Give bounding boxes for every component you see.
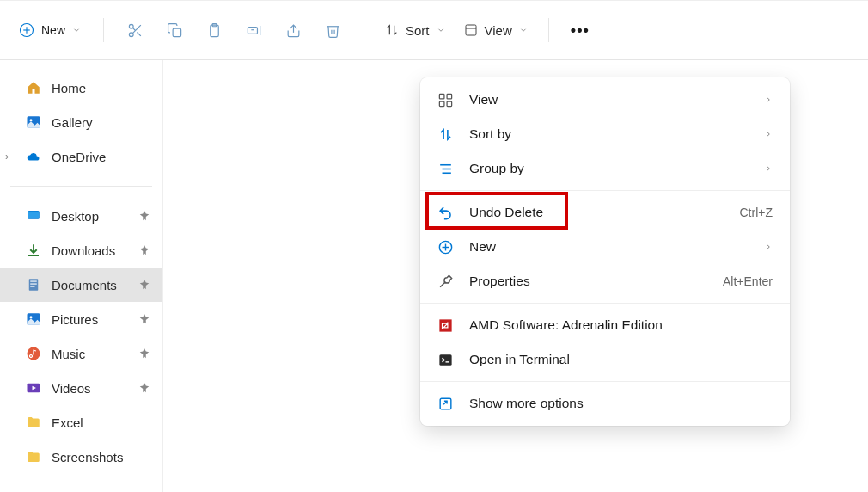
svg-rect-30: [439, 101, 444, 107]
chevron-down-icon: [437, 26, 445, 34]
clipboard-icon: [206, 22, 223, 39]
pin-icon: [138, 210, 150, 222]
sidebar-item-screenshots[interactable]: Screenshots: [0, 440, 162, 474]
separator: [420, 381, 790, 382]
nav-label: Screenshots: [52, 450, 123, 464]
more-button[interactable]: •••: [563, 13, 597, 47]
menu-item-sort-by[interactable]: Sort by: [420, 117, 790, 151]
cut-button[interactable]: [118, 13, 152, 47]
menu-item-undo-delete[interactable]: Undo Delete Ctrl+Z: [420, 195, 790, 230]
svg-rect-13: [466, 25, 476, 35]
menu-item-new[interactable]: New: [420, 230, 790, 264]
sidebar-item-documents[interactable]: Documents: [0, 268, 162, 302]
trash-icon: [325, 22, 341, 39]
view-button[interactable]: View: [457, 18, 535, 43]
svg-rect-41: [440, 398, 451, 409]
menu-item-view[interactable]: View: [420, 83, 790, 117]
svg-rect-18: [28, 212, 39, 218]
nav-label: Home: [52, 81, 86, 95]
folder-icon: [26, 415, 41, 430]
new-label: New: [41, 23, 65, 37]
svg-rect-28: [439, 94, 444, 99]
menu-label: Show more options: [469, 396, 773, 411]
svg-point-4: [129, 32, 133, 36]
svg-rect-31: [447, 101, 452, 107]
sidebar-item-excel[interactable]: Excel: [0, 405, 162, 440]
ellipsis-icon: •••: [571, 22, 590, 40]
separator: [420, 303, 790, 304]
copy-icon: [167, 22, 183, 39]
nav-label: Music: [52, 347, 85, 361]
svg-rect-39: [439, 354, 451, 366]
sidebar-item-home[interactable]: Home: [0, 71, 162, 105]
menu-item-amd[interactable]: AMD Software: Adrenalin Edition: [420, 308, 790, 342]
separator: [420, 190, 790, 191]
sidebar-item-pictures[interactable]: Pictures: [0, 302, 162, 336]
gallery-icon: [26, 114, 41, 130]
divider: [364, 18, 364, 42]
sort-button[interactable]: Sort: [378, 18, 452, 43]
menu-label: Undo Delete: [469, 205, 724, 220]
svg-rect-21: [30, 284, 37, 285]
sidebar-item-music[interactable]: Music: [0, 336, 162, 371]
delete-button[interactable]: [315, 13, 350, 47]
nav-label: Gallery: [52, 115, 93, 130]
svg-line-6: [137, 32, 140, 35]
rename-icon: [246, 22, 262, 39]
nav-label: Excel: [52, 415, 83, 430]
menu-label: Properties: [469, 274, 707, 289]
chevron-right-icon: [764, 243, 773, 251]
pin-icon: [138, 347, 150, 360]
sidebar-item-videos[interactable]: Videos: [0, 371, 162, 405]
svg-rect-19: [29, 279, 39, 291]
cloud-icon: [26, 149, 41, 164]
menu-shortcut: Alt+Enter: [723, 274, 773, 288]
menu-shortcut: Ctrl+Z: [740, 206, 773, 219]
svg-rect-11: [248, 27, 257, 34]
sidebar-item-gallery[interactable]: Gallery: [0, 105, 162, 139]
toolbar: New Sort View •••: [0, 0, 868, 60]
document-icon: [26, 277, 41, 292]
sidebar-item-desktop[interactable]: Desktop: [0, 199, 162, 233]
pin-icon: [138, 382, 150, 394]
rename-button[interactable]: [236, 13, 271, 47]
view-label: View: [485, 23, 512, 38]
pictures-icon: [26, 311, 41, 327]
menu-item-properties[interactable]: Properties Alt+Enter: [420, 264, 790, 298]
home-icon: [26, 80, 41, 95]
desktop-icon: [26, 208, 41, 224]
chevron-right-icon: [764, 95, 773, 104]
undo-icon: [437, 205, 454, 221]
sidebar-item-onedrive[interactable]: › OneDrive: [0, 139, 162, 174]
menu-item-open-terminal[interactable]: Open in Terminal: [420, 342, 790, 377]
svg-rect-20: [30, 281, 37, 282]
copy-button[interactable]: [157, 13, 192, 47]
menu-item-group-by[interactable]: Group by: [420, 151, 790, 186]
svg-rect-8: [173, 28, 181, 37]
grid-icon: [437, 92, 454, 108]
menu-label: New: [469, 239, 773, 255]
plus-circle-icon: [19, 22, 34, 38]
scissors-icon: [127, 22, 144, 39]
context-menu: View Sort by Group by Undo Delete Ctrl+Z…: [420, 77, 790, 426]
chevron-right-icon: [764, 164, 773, 173]
plus-circle-icon: [437, 239, 454, 255]
svg-rect-29: [447, 94, 452, 99]
separator: [10, 186, 152, 187]
sort-icon: [385, 23, 399, 37]
chevron-down-icon: [519, 26, 528, 34]
chevron-down-icon: [72, 26, 81, 34]
share-button[interactable]: [276, 13, 310, 47]
sidebar-item-downloads[interactable]: Downloads: [0, 233, 162, 268]
download-icon: [26, 243, 41, 258]
svg-point-16: [30, 119, 33, 121]
folder-icon: [26, 449, 41, 464]
expand-icon: [437, 396, 454, 412]
new-button[interactable]: New: [10, 17, 89, 43]
menu-item-show-more[interactable]: Show more options: [420, 386, 790, 421]
divider: [548, 18, 549, 42]
paste-button[interactable]: [197, 13, 231, 47]
music-icon: [26, 346, 41, 361]
menu-label: Open in Terminal: [469, 352, 773, 367]
pin-icon: [138, 279, 150, 291]
